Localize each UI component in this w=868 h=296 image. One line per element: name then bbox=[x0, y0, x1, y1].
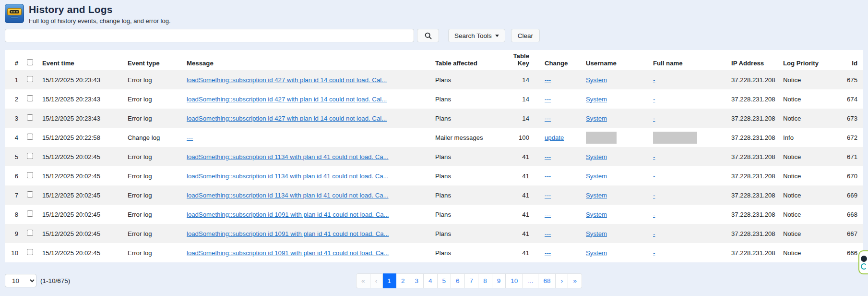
cell-username: System bbox=[578, 89, 645, 109]
select-all-checkbox[interactable] bbox=[27, 59, 33, 65]
col-header-num[interactable]: # bbox=[5, 50, 20, 70]
row-checkbox[interactable] bbox=[27, 249, 33, 255]
username-link[interactable]: System bbox=[586, 96, 607, 103]
last-page[interactable]: » bbox=[568, 273, 582, 288]
cell-num: 6 bbox=[5, 166, 20, 185]
message-link[interactable]: --- bbox=[187, 134, 193, 141]
col-header-table[interactable]: Table affected bbox=[431, 50, 503, 70]
cell-table: Plans bbox=[431, 109, 503, 128]
col-header-key[interactable]: Table Key bbox=[503, 50, 533, 70]
change-link[interactable]: --- bbox=[545, 153, 551, 160]
page-ellipsis[interactable]: ... bbox=[523, 273, 538, 288]
search-button[interactable] bbox=[417, 29, 439, 42]
col-header-time[interactable]: Event time bbox=[38, 50, 124, 70]
fullname-link[interactable]: - bbox=[653, 96, 655, 103]
page-8[interactable]: 8 bbox=[478, 273, 492, 288]
cell-fullname: - bbox=[645, 89, 727, 109]
fullname-link[interactable]: - bbox=[653, 76, 655, 84]
row-checkbox[interactable] bbox=[27, 153, 33, 159]
username-link[interactable]: System bbox=[586, 115, 607, 122]
row-checkbox[interactable] bbox=[27, 76, 33, 82]
page-size-select[interactable]: 10 bbox=[5, 274, 36, 287]
result-range-label: (1-10/675) bbox=[40, 277, 70, 284]
floating-widget[interactable] bbox=[858, 250, 868, 274]
cell-ip: 37.228.231.208 bbox=[727, 128, 779, 147]
log-row: 615/12/2025 20:02:45Error logloadSomethi… bbox=[5, 166, 863, 185]
page-68[interactable]: 68 bbox=[538, 273, 556, 288]
username-link[interactable]: System bbox=[586, 230, 607, 237]
page-10[interactable]: 10 bbox=[506, 273, 523, 288]
fullname-link[interactable]: - bbox=[653, 211, 655, 218]
change-link[interactable]: --- bbox=[545, 173, 551, 180]
fullname-link[interactable]: - bbox=[653, 115, 655, 122]
fullname-link[interactable]: - bbox=[653, 230, 655, 237]
page-4[interactable]: 4 bbox=[424, 273, 438, 288]
message-link[interactable]: loadSomething::subscription id 1134 with… bbox=[187, 192, 389, 199]
col-header-message[interactable]: Message bbox=[183, 50, 431, 70]
cell-priority: Notice bbox=[779, 70, 825, 89]
message-link[interactable]: loadSomething::subscription id 427 with … bbox=[187, 115, 387, 122]
cassette-tape-icon bbox=[5, 4, 24, 23]
cell-time: 15/12/2025 20:02:45 bbox=[38, 205, 124, 224]
username-link[interactable]: System bbox=[586, 249, 607, 257]
page-7[interactable]: 7 bbox=[465, 273, 479, 288]
log-row: 915/12/2025 20:02:45Error logloadSomethi… bbox=[5, 224, 863, 243]
message-link[interactable]: loadSomething::subscription id 1091 with… bbox=[187, 230, 389, 237]
page-2[interactable]: 2 bbox=[396, 273, 410, 288]
username-link[interactable]: System bbox=[586, 192, 607, 199]
message-link[interactable]: loadSomething::subscription id 427 with … bbox=[187, 76, 387, 84]
change-link[interactable]: --- bbox=[545, 230, 551, 237]
col-header-change[interactable]: Change bbox=[533, 50, 578, 70]
change-link[interactable]: update bbox=[545, 134, 564, 141]
row-checkbox[interactable] bbox=[27, 95, 33, 101]
cell-table: Plans bbox=[431, 243, 503, 262]
fullname-link[interactable]: - bbox=[653, 192, 655, 199]
clear-button[interactable]: Clear bbox=[511, 29, 540, 42]
message-link[interactable]: loadSomething::subscription id 1134 with… bbox=[187, 153, 389, 160]
change-link[interactable]: --- bbox=[545, 115, 551, 122]
row-checkbox[interactable] bbox=[27, 230, 33, 236]
cell-change: --- bbox=[533, 89, 578, 109]
row-checkbox[interactable] bbox=[27, 210, 33, 217]
cell-change: --- bbox=[533, 185, 578, 205]
cell-ip: 37.228.231.208 bbox=[727, 147, 779, 166]
message-link[interactable]: loadSomething::subscription id 1134 with… bbox=[187, 173, 389, 180]
page-6[interactable]: 6 bbox=[451, 273, 465, 288]
row-checkbox[interactable] bbox=[27, 191, 33, 197]
search-tools-button[interactable]: Search Tools bbox=[448, 29, 505, 42]
username-link[interactable]: System bbox=[586, 173, 607, 180]
cell-time: 15/12/2025 20:02:45 bbox=[38, 185, 124, 205]
change-link[interactable]: --- bbox=[545, 192, 551, 199]
username-link[interactable]: System bbox=[586, 76, 607, 84]
username-link[interactable]: System bbox=[586, 153, 607, 160]
row-checkbox[interactable] bbox=[27, 134, 33, 140]
fullname-link[interactable]: - bbox=[653, 249, 655, 257]
fullname-link[interactable]: - bbox=[653, 153, 655, 160]
message-link[interactable]: loadSomething::subscription id 1091 with… bbox=[187, 249, 389, 257]
col-header-priority[interactable]: Log Priority bbox=[779, 50, 825, 70]
col-header-id[interactable]: Id bbox=[825, 50, 863, 70]
change-link[interactable]: --- bbox=[545, 249, 551, 257]
username-link[interactable]: System bbox=[586, 211, 607, 218]
message-link[interactable]: loadSomething::subscription id 427 with … bbox=[187, 96, 387, 103]
cell-id: 673 bbox=[825, 109, 863, 128]
message-link[interactable]: loadSomething::subscription id 1091 with… bbox=[187, 211, 389, 218]
row-checkbox[interactable] bbox=[27, 172, 33, 178]
cell-table: Plans bbox=[431, 166, 503, 185]
col-header-username[interactable]: Username bbox=[578, 50, 645, 70]
cell-fullname: - bbox=[645, 109, 727, 128]
search-input[interactable] bbox=[5, 29, 414, 42]
col-header-type[interactable]: Event type bbox=[124, 50, 183, 70]
change-link[interactable]: --- bbox=[545, 211, 551, 218]
col-header-ip[interactable]: IP Address bbox=[727, 50, 779, 70]
fullname-link[interactable]: - bbox=[653, 173, 655, 180]
page-3[interactable]: 3 bbox=[410, 273, 424, 288]
change-link[interactable]: --- bbox=[545, 96, 551, 103]
page-1[interactable]: 1 bbox=[383, 273, 397, 288]
page-9[interactable]: 9 bbox=[492, 273, 506, 288]
col-header-fullname[interactable]: Full name bbox=[645, 50, 727, 70]
change-link[interactable]: --- bbox=[545, 76, 551, 84]
row-checkbox[interactable] bbox=[27, 114, 33, 121]
next-page[interactable]: › bbox=[556, 273, 568, 288]
page-5[interactable]: 5 bbox=[438, 273, 452, 288]
